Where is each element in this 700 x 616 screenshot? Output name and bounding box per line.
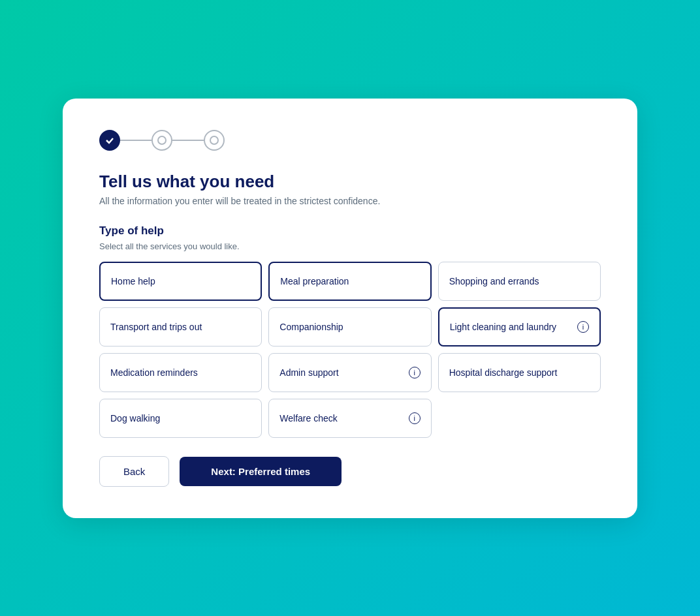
option-label-admin-support: Admin support — [279, 367, 338, 378]
option-dog-walking[interactable]: Dog walking — [99, 399, 262, 438]
stepper — [99, 130, 601, 151]
options-grid: Home helpMeal preparationShopping and er… — [99, 262, 601, 438]
option-transport-trips[interactable]: Transport and trips out — [99, 307, 262, 346]
option-label-shopping-errands: Shopping and errands — [449, 276, 539, 286]
option-label-home-help: Home help — [111, 276, 155, 286]
option-label-medication-reminders: Medication reminders — [110, 367, 198, 378]
step-line-2 — [172, 140, 204, 141]
info-icon-admin-support[interactable]: i — [409, 367, 421, 378]
step-3 — [204, 130, 225, 151]
page-title: Tell us what you need — [99, 172, 601, 192]
info-icon-light-cleaning[interactable]: i — [577, 321, 589, 333]
option-hospital-discharge[interactable]: Hospital discharge support — [438, 353, 601, 392]
step-line-1 — [120, 140, 151, 141]
option-label-companionship: Companionship — [279, 322, 343, 332]
option-meal-preparation[interactable]: Meal preparation — [268, 262, 431, 301]
svg-point-1 — [210, 136, 218, 144]
back-button[interactable]: Back — [99, 456, 169, 487]
main-card: Tell us what you need All the informatio… — [63, 99, 637, 518]
option-label-hospital-discharge: Hospital discharge support — [449, 367, 558, 378]
option-label-dog-walking: Dog walking — [110, 413, 160, 424]
actions-row: Back Next: Preferred times — [99, 456, 601, 487]
step-1 — [99, 130, 120, 151]
option-shopping-errands[interactable]: Shopping and errands — [438, 262, 601, 301]
next-button[interactable]: Next: Preferred times — [180, 457, 342, 486]
option-admin-support[interactable]: Admin supporti — [268, 353, 431, 392]
option-medication-reminders[interactable]: Medication reminders — [99, 353, 262, 392]
option-label-light-cleaning: Light cleaning and laundry — [450, 322, 556, 332]
option-welfare-check[interactable]: Welfare checki — [268, 399, 431, 438]
option-light-cleaning[interactable]: Light cleaning and laundryi — [438, 307, 601, 346]
step-2 — [151, 130, 172, 151]
option-companionship[interactable]: Companionship — [268, 307, 431, 346]
svg-point-0 — [158, 136, 166, 144]
section-title: Type of help — [99, 224, 601, 238]
option-label-transport-trips: Transport and trips out — [110, 322, 202, 332]
info-icon-welfare-check[interactable]: i — [409, 412, 421, 424]
option-home-help[interactable]: Home help — [99, 262, 262, 301]
section-hint: Select all the services you would like. — [99, 241, 601, 251]
page-subtitle: All the information you enter will be tr… — [99, 196, 601, 206]
option-label-meal-preparation: Meal preparation — [280, 276, 349, 286]
option-label-welfare-check: Welfare check — [279, 413, 337, 424]
